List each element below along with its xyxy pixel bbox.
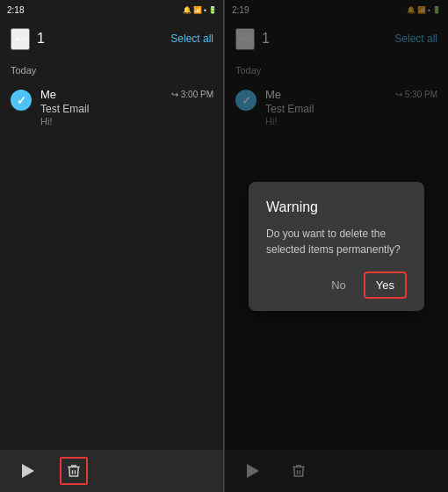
- left-panel: 2:18 🔔 📶 ▪ 🔋 ← 1 Select all Today ✓ Me ↪…: [0, 0, 224, 492]
- left-header-left: ← 1: [11, 28, 45, 50]
- left-email-preview: Hi!: [40, 116, 213, 127]
- left-wifi-icon: ▪: [204, 6, 206, 14]
- dialog-no-button[interactable]: No: [321, 271, 357, 299]
- left-selected-count: 1: [37, 31, 45, 47]
- left-section-today: Today: [0, 58, 224, 79]
- right-panel: 2:19 🔔 📶 ▪ 🔋 ← 1 Select all Today ✓ Me ↪…: [224, 0, 448, 492]
- left-back-button[interactable]: ←: [11, 28, 30, 50]
- warning-dialog: Warning Do you want to delete the select…: [249, 182, 424, 311]
- left-email-top-row: Me ↪ 3:00 PM: [40, 88, 213, 101]
- left-bottom-toolbar: [0, 450, 224, 492]
- dialog-overlay: Warning Do you want to delete the select…: [225, 0, 448, 492]
- left-email-time: 3:00 PM: [181, 90, 213, 99]
- dialog-title: Warning: [266, 199, 407, 215]
- left-play-icon: [22, 464, 34, 478]
- left-sim-icon: 📶: [193, 6, 202, 14]
- left-email-checkbox[interactable]: ✓: [11, 90, 32, 111]
- left-email-time-container: ↪ 3:00 PM: [171, 90, 213, 99]
- left-header: ← 1 Select all: [0, 19, 224, 58]
- dialog-buttons: No Yes: [266, 271, 407, 299]
- left-status-icons: 🔔 📶 ▪ 🔋: [183, 6, 217, 14]
- dialog-yes-button[interactable]: Yes: [364, 271, 407, 299]
- dialog-message: Do you want to delete the selected items…: [266, 226, 407, 257]
- left-forward-icon: ↪: [171, 90, 178, 99]
- left-checkmark-icon: ✓: [17, 94, 26, 107]
- left-notification-icon: 🔔: [183, 6, 191, 14]
- left-trash-icon: [66, 463, 82, 479]
- left-status-bar: 2:18 🔔 📶 ▪ 🔋: [0, 0, 224, 19]
- left-battery-icon: 🔋: [208, 6, 217, 14]
- left-delete-button[interactable]: [60, 457, 88, 485]
- left-play-button[interactable]: [14, 457, 42, 485]
- left-email-item[interactable]: ✓ Me ↪ 3:00 PM Test Email Hi!: [0, 79, 224, 135]
- left-select-all-button[interactable]: Select all: [170, 33, 213, 45]
- left-email-sender: Me: [40, 88, 56, 101]
- left-email-subject: Test Email: [40, 103, 213, 115]
- left-time: 2:18: [7, 5, 24, 15]
- left-email-content: Me ↪ 3:00 PM Test Email Hi!: [40, 88, 213, 127]
